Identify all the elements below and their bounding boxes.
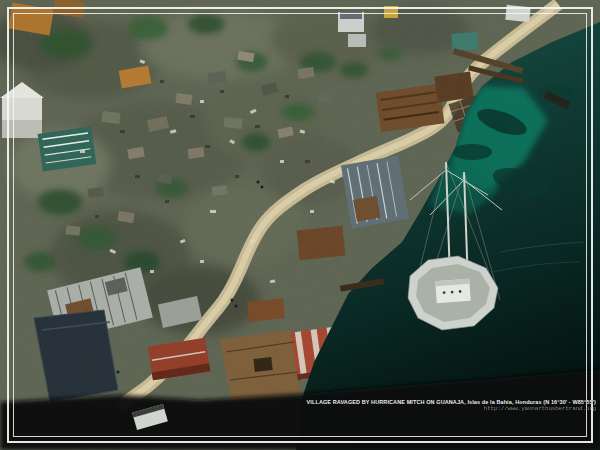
photo-caption: VILLAGE RAVAGED BY HURRICANE MITCH ON GU… (307, 399, 596, 412)
aerial-photo (0, 0, 600, 450)
caption-url: http://www.yannarthusbertrand.org (307, 406, 596, 413)
framed-photo-page: VILLAGE RAVAGED BY HURRICANE MITCH ON GU… (0, 0, 600, 450)
